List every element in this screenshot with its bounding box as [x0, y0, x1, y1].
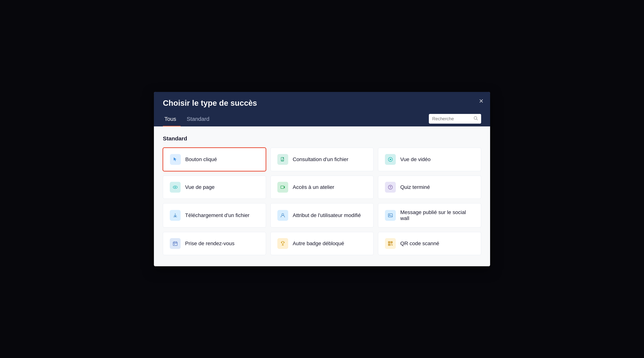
search-icon	[474, 116, 478, 121]
card-acces-atelier[interactable]: Accès à un atelier	[270, 176, 374, 199]
backdrop: Choisir le type de succès × Tous Standar…	[0, 0, 644, 358]
card-bouton-clique-label: Bouton cliqué	[185, 157, 217, 163]
svg-point-0	[474, 117, 477, 119]
svg-rect-22	[282, 245, 284, 245]
play-icon	[385, 154, 396, 165]
svg-rect-14	[388, 214, 392, 217]
svg-rect-9	[281, 186, 284, 188]
header-bottom: Tous Standard	[163, 114, 481, 126]
video-icon	[277, 182, 288, 193]
card-qr-code-label: QR code scanné	[400, 240, 439, 246]
card-quiz-termine-label: Quiz terminé	[400, 184, 430, 190]
modal-dialog: Choisir le type de succès × Tous Standar…	[154, 92, 490, 266]
tab-standard[interactable]: Standard	[185, 114, 214, 126]
tab-tous[interactable]: Tous	[163, 114, 180, 126]
svg-point-8	[175, 187, 176, 188]
card-quiz-termine[interactable]: ? Quiz terminé	[378, 176, 481, 199]
section-standard-title: Standard	[163, 135, 481, 142]
card-attribut-utilisateur[interactable]: Attribut de l'utilisateur modifié	[270, 203, 374, 227]
card-telechargement-label: Téléchargement d'un fichier	[185, 212, 250, 218]
card-vue-video-label: Vue de vidéo	[400, 157, 430, 163]
search-input[interactable]	[432, 116, 472, 121]
card-prise-rdv-label: Prise de rendez-vous	[185, 240, 234, 246]
card-consultation-label: Consultation d'un fichier	[293, 157, 348, 163]
card-message-social-label: Message publié sur le social wall	[400, 209, 474, 221]
card-vue-page[interactable]: Vue de page	[163, 176, 266, 199]
card-message-social[interactable]: Message publié sur le social wall	[378, 203, 481, 227]
card-qr-code[interactable]: QR code scanné	[378, 232, 481, 255]
cursor-icon	[170, 154, 181, 165]
download-icon	[170, 210, 180, 221]
svg-line-1	[477, 119, 478, 120]
card-vue-page-label: Vue de page	[185, 184, 214, 190]
modal-body: Standard Bouton cliqué	[154, 126, 490, 266]
question-icon: ?	[385, 182, 396, 193]
svg-rect-16	[173, 242, 177, 246]
svg-rect-24	[389, 242, 390, 243]
card-attribut-label: Attribut de l'utilisateur modifié	[293, 212, 361, 218]
card-telechargement[interactable]: Téléchargement d'un fichier	[163, 203, 266, 227]
modal-header: Choisir le type de succès × Tous Standar…	[154, 92, 490, 126]
svg-text:?: ?	[390, 186, 391, 189]
card-bouton-clique[interactable]: Bouton cliqué	[163, 148, 266, 171]
trophy-icon	[277, 238, 288, 249]
calendar-icon	[170, 238, 180, 249]
qr-icon	[385, 238, 396, 249]
svg-rect-28	[389, 244, 390, 245]
svg-marker-6	[390, 159, 392, 160]
user-icon	[277, 210, 288, 221]
close-button[interactable]: ×	[479, 97, 483, 105]
items-grid: Bouton cliqué Consultation d'un fichier	[163, 148, 481, 255]
card-autre-badge-label: Autre badge débloqué	[293, 240, 344, 246]
card-consultation-fichier[interactable]: Consultation d'un fichier	[270, 148, 374, 171]
card-prise-rdv[interactable]: Prise de rendez-vous	[163, 232, 266, 255]
modal-title: Choisir le type de succès	[163, 99, 481, 108]
search-box	[429, 114, 481, 124]
file-icon	[277, 154, 288, 165]
tab-list: Tous Standard	[163, 114, 218, 126]
card-acces-atelier-label: Accès à un atelier	[293, 184, 334, 190]
card-autre-badge[interactable]: Autre badge débloqué	[270, 232, 374, 255]
svg-rect-26	[391, 242, 392, 243]
card-vue-video[interactable]: Vue de vidéo	[378, 148, 481, 171]
svg-point-13	[282, 213, 284, 215]
image-icon	[385, 210, 396, 221]
eye-icon	[170, 182, 180, 193]
svg-rect-20	[174, 244, 175, 245]
